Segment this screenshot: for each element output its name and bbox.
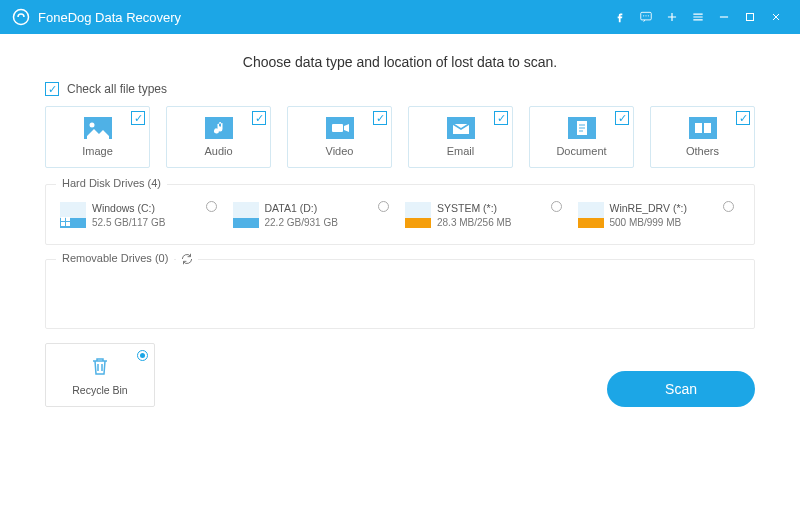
type-card-email[interactable]: Email xyxy=(408,106,513,168)
email-icon xyxy=(447,117,475,139)
audio-icon xyxy=(205,117,233,139)
drive-name: Windows (C:) xyxy=(92,201,165,216)
check-all-label: Check all file types xyxy=(67,82,167,96)
drive-item[interactable]: DATA1 (D:) 22.2 GB/931 GB xyxy=(233,201,396,230)
others-icon xyxy=(689,117,717,139)
drive-radio[interactable] xyxy=(551,201,562,212)
page-heading: Choose data type and location of lost da… xyxy=(45,54,755,70)
type-card-image[interactable]: Image xyxy=(45,106,150,168)
svg-point-2 xyxy=(643,15,644,16)
svg-rect-21 xyxy=(66,222,70,226)
type-label: Others xyxy=(686,145,719,157)
type-checkbox[interactable] xyxy=(252,111,266,125)
svg-rect-17 xyxy=(704,123,711,133)
app-logo-icon xyxy=(12,8,30,26)
check-all-checkbox[interactable] xyxy=(45,82,59,96)
titlebar: FoneDog Data Recovery xyxy=(0,0,800,34)
drive-size: 500 MB/999 MB xyxy=(610,216,687,230)
type-label: Document xyxy=(556,145,606,157)
drive-icon xyxy=(60,202,86,228)
hard-disk-section: Hard Disk Drives (4) Windows (C:) 52.5 G… xyxy=(45,184,755,245)
drive-icon xyxy=(578,202,604,228)
type-label: Email xyxy=(447,145,475,157)
type-label: Audio xyxy=(204,145,232,157)
svg-point-7 xyxy=(89,123,94,128)
svg-rect-18 xyxy=(61,217,65,221)
drive-name: DATA1 (D:) xyxy=(265,201,338,216)
svg-rect-19 xyxy=(66,217,70,221)
hdd-legend: Hard Disk Drives (4) xyxy=(56,177,167,189)
drive-item[interactable]: WinRE_DRV (*:) 500 MB/999 MB xyxy=(578,201,741,230)
svg-point-0 xyxy=(14,10,29,25)
drive-name: WinRE_DRV (*:) xyxy=(610,201,687,216)
type-checkbox[interactable] xyxy=(131,111,145,125)
type-checkbox[interactable] xyxy=(736,111,750,125)
type-card-document[interactable]: Document xyxy=(529,106,634,168)
drive-size: 22.2 GB/931 GB xyxy=(265,216,338,230)
svg-rect-5 xyxy=(747,14,754,21)
drive-radio[interactable] xyxy=(378,201,389,212)
type-label: Video xyxy=(326,145,354,157)
drive-size: 52.5 GB/117 GB xyxy=(92,216,165,230)
file-type-grid: Image Audio Video Email Document Others xyxy=(45,106,755,168)
document-icon xyxy=(568,117,596,139)
svg-rect-10 xyxy=(332,124,343,132)
svg-point-3 xyxy=(645,15,646,16)
close-icon[interactable] xyxy=(764,5,788,29)
type-checkbox[interactable] xyxy=(373,111,387,125)
removable-section: Removable Drives (0) xyxy=(45,259,755,329)
scan-button[interactable]: Scan xyxy=(607,371,755,407)
image-icon xyxy=(84,117,112,139)
minimize-icon[interactable] xyxy=(712,5,736,29)
type-card-audio[interactable]: Audio xyxy=(166,106,271,168)
svg-point-4 xyxy=(648,15,649,16)
svg-rect-20 xyxy=(61,222,65,226)
facebook-icon[interactable] xyxy=(608,5,632,29)
drive-icon xyxy=(405,202,431,228)
add-icon[interactable] xyxy=(660,5,684,29)
svg-rect-15 xyxy=(689,117,717,139)
refresh-icon[interactable] xyxy=(176,252,198,266)
drive-radio[interactable] xyxy=(723,201,734,212)
drive-item[interactable]: Windows (C:) 52.5 GB/117 GB xyxy=(60,201,223,230)
app-title: FoneDog Data Recovery xyxy=(38,10,181,25)
type-label: Image xyxy=(82,145,113,157)
menu-icon[interactable] xyxy=(686,5,710,29)
removable-legend: Removable Drives (0) xyxy=(56,252,174,264)
drive-item[interactable]: SYSTEM (*:) 28.3 MB/256 MB xyxy=(405,201,568,230)
type-card-others[interactable]: Others xyxy=(650,106,755,168)
drive-radio[interactable] xyxy=(206,201,217,212)
drive-icon xyxy=(233,202,259,228)
drive-size: 28.3 MB/256 MB xyxy=(437,216,511,230)
recycle-radio[interactable] xyxy=(137,350,148,361)
type-checkbox[interactable] xyxy=(494,111,508,125)
trash-icon xyxy=(88,354,112,378)
drive-name: SYSTEM (*:) xyxy=(437,201,511,216)
type-checkbox[interactable] xyxy=(615,111,629,125)
feedback-icon[interactable] xyxy=(634,5,658,29)
recycle-bin-card[interactable]: Recycle Bin xyxy=(45,343,155,407)
video-icon xyxy=(326,117,354,139)
recycle-label: Recycle Bin xyxy=(72,384,127,396)
maximize-icon[interactable] xyxy=(738,5,762,29)
check-all-row[interactable]: Check all file types xyxy=(45,82,755,96)
type-card-video[interactable]: Video xyxy=(287,106,392,168)
svg-rect-16 xyxy=(695,123,702,133)
